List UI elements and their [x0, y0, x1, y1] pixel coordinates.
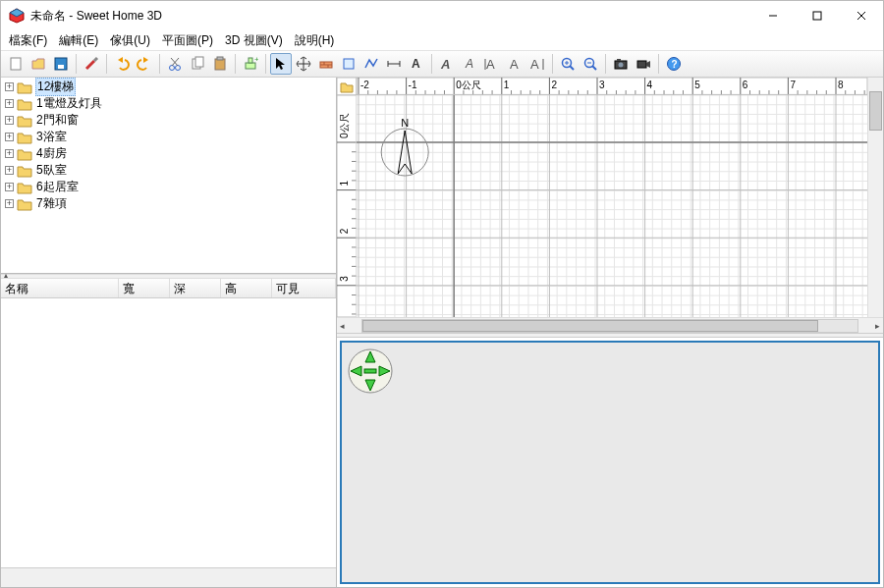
create-video-icon[interactable]	[633, 53, 654, 75]
create-polylines-icon[interactable]	[360, 53, 382, 75]
add-furniture-icon[interactable]: +	[240, 53, 261, 75]
folder-icon	[17, 197, 32, 211]
category-label: 4廚房	[35, 145, 67, 162]
svg-text:2: 2	[551, 80, 557, 90]
svg-text:6: 6	[743, 80, 748, 90]
svg-rect-8	[58, 65, 64, 69]
expand-icon[interactable]: +	[5, 183, 14, 191]
menu-help[interactable]: 說明(H)	[291, 31, 339, 50]
catalog-category[interactable]: +4廚房	[3, 145, 336, 162]
right-splitter[interactable]	[337, 333, 883, 338]
folder-icon	[17, 131, 32, 144]
svg-text:-2: -2	[360, 80, 369, 90]
redo-icon[interactable]	[134, 53, 155, 75]
window-title: 未命名 - Sweet Home 3D	[30, 8, 750, 25]
zoom-in-icon[interactable]	[557, 53, 579, 75]
close-button[interactable]	[839, 1, 883, 30]
menu-furniture[interactable]: 傢俱(U)	[106, 31, 154, 50]
catalog-category[interactable]: +5臥室	[3, 162, 336, 179]
text-bold-icon[interactable]: A	[436, 53, 458, 75]
folder-icon	[17, 97, 32, 111]
plan-view[interactable]: -2-10公尺123456780公尺123N	[337, 78, 883, 317]
expand-icon[interactable]: +	[5, 133, 14, 141]
left-splitter[interactable]	[1, 274, 336, 279]
svg-marker-24	[276, 58, 285, 70]
3d-view[interactable]	[340, 341, 880, 584]
svg-text:3: 3	[599, 80, 605, 90]
furniture-catalog-tree[interactable]: +12樓梯+1電燈及灯具+2門和窗+3浴室+4廚房+5臥室+6起居室+7雜項	[1, 78, 336, 274]
category-label: 2門和窗	[35, 112, 79, 129]
help-icon[interactable]: ?	[663, 53, 685, 75]
zoom-out-icon[interactable]	[580, 53, 601, 75]
svg-marker-11	[118, 57, 123, 63]
expand-icon[interactable]: +	[5, 82, 14, 91]
text-align-right-icon[interactable]: A	[526, 53, 548, 75]
select-icon[interactable]	[270, 53, 292, 75]
open-icon[interactable]	[28, 53, 49, 75]
svg-text:0公尺: 0公尺	[339, 113, 350, 138]
svg-rect-6	[11, 58, 21, 70]
catalog-category[interactable]: +6起居室	[3, 179, 336, 195]
maximize-button[interactable]	[795, 1, 839, 30]
save-icon[interactable]	[50, 53, 72, 75]
folder-icon	[17, 181, 32, 194]
svg-line-46	[592, 66, 596, 70]
toolbar: +AAAAAA?	[1, 50, 883, 78]
expand-icon[interactable]: +	[5, 99, 14, 108]
svg-text:N: N	[401, 117, 409, 129]
svg-rect-19	[215, 59, 225, 70]
menu-3dview[interactable]: 3D 視圖(V)	[221, 31, 287, 50]
create-text-icon[interactable]: A	[406, 53, 427, 75]
new-icon[interactable]	[5, 53, 27, 75]
take-photo-icon[interactable]	[610, 53, 632, 75]
svg-point-14	[176, 66, 181, 71]
col-depth[interactable]: 深	[170, 279, 221, 297]
preferences-icon[interactable]	[81, 53, 102, 75]
catalog-category[interactable]: +2門和窗	[3, 112, 336, 129]
catalog-category[interactable]: +3浴室	[3, 129, 336, 145]
expand-icon[interactable]: +	[5, 149, 14, 158]
plan-scrollbar-horizontal[interactable]: ◂ ▸	[337, 317, 883, 333]
plan-scrollbar-vertical[interactable]	[867, 78, 883, 317]
3d-nav-control[interactable]	[348, 348, 393, 394]
col-visible[interactable]: 可見	[272, 279, 336, 297]
svg-rect-29	[344, 59, 354, 69]
svg-text:1: 1	[504, 80, 510, 90]
category-label: 12樓梯	[35, 78, 76, 96]
svg-text:5: 5	[694, 80, 700, 90]
col-width[interactable]: 寬	[119, 279, 170, 297]
text-italic-icon[interactable]: A	[459, 53, 480, 75]
pan-icon[interactable]	[293, 53, 314, 75]
minimize-button[interactable]	[750, 1, 795, 30]
create-rooms-icon[interactable]	[338, 53, 359, 75]
expand-icon[interactable]: +	[5, 116, 14, 125]
create-dimensions-icon[interactable]	[383, 53, 405, 75]
col-height[interactable]: 高	[221, 279, 272, 297]
paste-icon[interactable]	[209, 53, 231, 75]
copy-icon[interactable]	[187, 53, 208, 75]
catalog-category[interactable]: +7雜項	[3, 195, 336, 212]
svg-rect-51	[637, 61, 646, 68]
create-walls-icon[interactable]	[315, 53, 337, 75]
svg-rect-3	[813, 12, 821, 20]
svg-rect-258	[364, 369, 376, 373]
menu-plan[interactable]: 平面圖(P)	[158, 31, 217, 50]
svg-marker-12	[143, 57, 148, 63]
undo-icon[interactable]	[111, 53, 133, 75]
expand-icon[interactable]: +	[5, 199, 14, 208]
left-pane: +12樓梯+1電燈及灯具+2門和窗+3浴室+4廚房+5臥室+6起居室+7雜項 名…	[1, 78, 337, 587]
app-window: 未命名 - Sweet Home 3D 檔案(F) 編輯(E) 傢俱(U) 平面…	[0, 0, 884, 588]
furniture-table[interactable]	[1, 298, 336, 567]
cut-icon[interactable]	[164, 53, 186, 75]
svg-text:+: +	[254, 56, 258, 64]
catalog-category[interactable]: +1電燈及灯具	[3, 95, 336, 112]
text-align-center-icon[interactable]: A	[504, 53, 525, 75]
expand-icon[interactable]: +	[5, 166, 14, 175]
col-name[interactable]: 名稱	[1, 279, 119, 297]
svg-text:A: A	[440, 57, 450, 72]
menu-file[interactable]: 檔案(F)	[5, 31, 51, 50]
menu-edit[interactable]: 編輯(E)	[55, 31, 102, 50]
catalog-category[interactable]: +12樓梯	[3, 79, 336, 95]
text-align-left-icon[interactable]: A	[481, 53, 503, 75]
svg-text:A: A	[465, 57, 473, 71]
